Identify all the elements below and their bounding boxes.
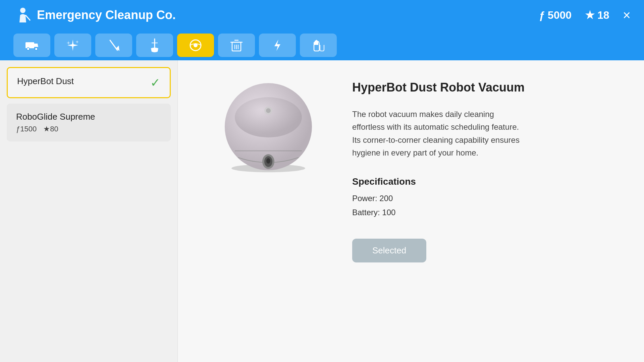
toolbar [0, 30, 644, 60]
toolbar-btn-sparkle[interactable] [54, 34, 91, 57]
product-meta-roboglide: ƒ1500 ★80 [16, 125, 161, 133]
robot-vacuum-icon [189, 38, 203, 52]
svg-line-5 [110, 40, 117, 50]
svg-point-4 [35, 48, 38, 50]
product-detail-panel: HyperBot Dust Robot Vacuum The robot vac… [178, 60, 644, 362]
trash-icon [229, 38, 244, 52]
star-icon: ★ [585, 9, 595, 21]
toolbar-btn-delivery[interactable] [13, 34, 50, 57]
product-detail-info: HyperBot Dust Robot Vacuum The robot vac… [352, 77, 617, 262]
product-stars-roboglide: ★80 [43, 125, 58, 133]
product-name-roboglide: RoboGlide Supreme [16, 112, 161, 122]
stars-value: 18 [597, 9, 609, 21]
delivery-truck-icon [25, 38, 39, 52]
toolbar-btn-lightning[interactable] [259, 34, 296, 57]
selected-check-icon: ✓ [150, 76, 160, 90]
currency-icon: ƒ [539, 9, 545, 21]
toolbar-btn-trash[interactable] [218, 34, 255, 57]
toolbar-btn-mop[interactable] [136, 34, 173, 57]
svg-line-1 [25, 15, 30, 20]
close-button[interactable]: × [623, 8, 631, 22]
currency-value: 5000 [548, 9, 572, 21]
svg-point-22 [266, 158, 270, 164]
toolbar-btn-gloves[interactable] [300, 34, 337, 57]
gloves-icon [311, 38, 325, 52]
stars-display: ★ 18 [585, 9, 609, 21]
toolbar-btn-broom[interactable] [95, 34, 132, 57]
product-list: HyperBot Dust ✓ RoboGlide Supreme ƒ1500 … [0, 60, 178, 362]
selected-button[interactable]: Selected [352, 239, 426, 262]
product-price-roboglide: ƒ1500 [16, 125, 37, 133]
product-image-area [205, 77, 332, 178]
robot-vacuum-image [218, 77, 319, 178]
currency-display: ƒ 5000 [539, 9, 572, 21]
main-content: HyperBot Dust ✓ RoboGlide Supreme ƒ1500 … [0, 60, 644, 362]
product-detail-description: The robot vacuum makes daily cleaning ef… [352, 108, 520, 160]
broom-icon [107, 38, 121, 52]
toolbar-btn-robot[interactable] [177, 34, 214, 57]
svg-point-3 [27, 48, 30, 50]
svg-point-24 [266, 108, 271, 113]
product-detail-title: HyperBot Dust Robot Vacuum [352, 80, 617, 95]
logo-icon [13, 6, 32, 24]
logo-area: Emergency Cleanup Co. [13, 6, 539, 24]
app-title: Emergency Cleanup Co. [37, 8, 176, 22]
header: Emergency Cleanup Co. ƒ 5000 ★ 18 × [0, 0, 644, 30]
lightning-icon [270, 38, 284, 52]
spec-battery: Battery: 100 [352, 208, 617, 217]
svg-point-0 [20, 8, 25, 13]
svg-point-18 [235, 97, 302, 137]
product-name-hyperbot: HyperBot Dust [17, 76, 160, 86]
sparkle-icon [66, 38, 80, 52]
spec-power: Power: 200 [352, 194, 617, 203]
mop-icon [148, 38, 162, 52]
header-right: ƒ 5000 ★ 18 × [539, 8, 631, 22]
product-item-hyperbot[interactable]: HyperBot Dust ✓ [7, 67, 171, 98]
specs-title: Specifications [352, 176, 617, 187]
svg-rect-2 [25, 42, 34, 48]
product-item-roboglide[interactable]: RoboGlide Supreme ƒ1500 ★80 [7, 104, 171, 141]
